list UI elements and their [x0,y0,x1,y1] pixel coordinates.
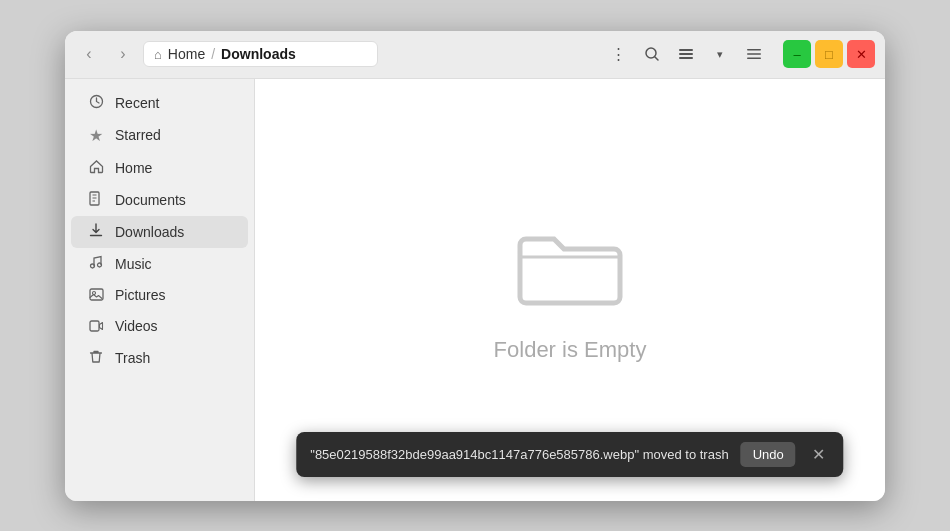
list-view-icon [678,46,694,62]
sidebar-item-starred[interactable]: ★ Starred [71,119,248,152]
sidebar-item-recent[interactable]: Recent [71,87,248,119]
breadcrumb-current: Downloads [221,46,296,62]
music-icon [87,255,105,273]
more-options-button[interactable]: ⋮ [603,40,633,68]
forward-button[interactable]: › [109,40,137,68]
minimize-button[interactable]: – [783,40,811,68]
file-manager-window: ‹ › ⌂ Home / Downloads ⋮ [65,31,885,501]
sidebar-item-home-label: Home [115,160,152,176]
sidebar-item-pictures[interactable]: Pictures [71,280,248,311]
svg-line-1 [655,57,658,60]
close-button[interactable]: ✕ [847,40,875,68]
content-area: Recent ★ Starred Home Documents [65,79,885,501]
svg-rect-5 [747,49,761,51]
svg-rect-7 [747,58,761,60]
recent-icon [87,94,105,112]
search-icon [644,46,660,62]
sidebar-item-starred-label: Starred [115,127,161,143]
svg-point-14 [91,264,95,268]
toast-message: "85e0219588f32bde99aa914bc1147a776e58578… [310,447,728,462]
svg-rect-3 [679,53,693,55]
trash-icon [87,349,105,367]
view-options-icon [746,46,762,62]
sidebar-item-documents[interactable]: Documents [71,184,248,216]
pictures-icon [87,287,105,304]
sidebar: Recent ★ Starred Home Documents [65,79,255,501]
view-chevron-button[interactable]: ▾ [705,40,735,68]
view-options-button[interactable] [739,40,769,68]
documents-icon [87,191,105,209]
empty-folder-text: Folder is Empty [494,337,647,363]
sidebar-item-videos[interactable]: Videos [71,311,248,342]
svg-point-17 [92,291,95,294]
titlebar-actions: ⋮ ▾ [603,40,769,68]
svg-rect-4 [679,57,693,59]
svg-rect-6 [747,53,761,55]
sidebar-item-music-label: Music [115,256,152,272]
breadcrumb-home[interactable]: Home [168,46,205,62]
toast-close-button[interactable]: ✕ [808,443,830,465]
sidebar-item-music[interactable]: Music [71,248,248,280]
titlebar: ‹ › ⌂ Home / Downloads ⋮ [65,31,885,79]
videos-icon [87,318,105,335]
breadcrumb-separator: / [211,46,215,62]
search-button[interactable] [637,40,667,68]
main-content: Folder is Empty "85e0219588f32bde99aa914… [255,79,885,501]
svg-point-15 [98,263,102,267]
sidebar-item-downloads[interactable]: Downloads [71,216,248,248]
sidebar-item-videos-label: Videos [115,318,158,334]
toast-undo-button[interactable]: Undo [741,442,796,467]
maximize-button[interactable]: □ [815,40,843,68]
window-controls: – □ ✕ [783,40,875,68]
svg-rect-18 [90,321,99,331]
empty-folder-illustration [510,217,630,317]
list-view-button[interactable] [671,40,701,68]
sidebar-item-pictures-label: Pictures [115,287,166,303]
sidebar-item-recent-label: Recent [115,95,159,111]
home-sidebar-icon [87,159,105,177]
sidebar-item-trash[interactable]: Trash [71,342,248,374]
breadcrumb[interactable]: ⌂ Home / Downloads [143,41,378,67]
starred-icon: ★ [87,126,105,145]
toast-notification: "85e0219588f32bde99aa914bc1147a776e58578… [296,432,843,477]
home-icon: ⌂ [154,47,162,62]
back-button[interactable]: ‹ [75,40,103,68]
sidebar-item-trash-label: Trash [115,350,150,366]
sidebar-item-documents-label: Documents [115,192,186,208]
downloads-icon [87,223,105,241]
svg-rect-2 [679,49,693,51]
sidebar-item-downloads-label: Downloads [115,224,184,240]
sidebar-item-home[interactable]: Home [71,152,248,184]
